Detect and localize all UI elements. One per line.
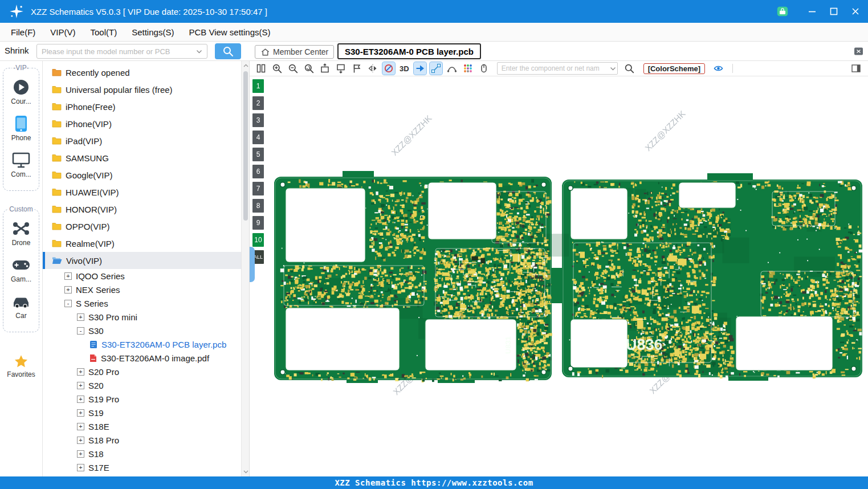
tree-item-iphone-vip-[interactable]: iPhone(VIP) (43, 115, 249, 132)
maximize-button[interactable] (828, 6, 840, 17)
tree-item-universal-popular-files-free-[interactable]: Universal popular files (free) (43, 81, 249, 98)
layer-button-1[interactable]: 1 (252, 79, 264, 93)
expand-icon[interactable]: + (77, 396, 84, 403)
layer-button-10[interactable]: 10 (252, 233, 264, 247)
tree-item-s19[interactable]: +S19 (43, 406, 249, 419)
tree-item-s17e[interactable]: +S17E (43, 461, 249, 474)
tree-item-s18[interactable]: +S18 (43, 447, 249, 461)
diode-mode-icon[interactable] (382, 62, 395, 75)
flip-horizontal-icon[interactable] (366, 62, 379, 75)
close-button[interactable] (850, 6, 861, 17)
layer-button-9[interactable]: 9 (252, 216, 264, 230)
panel-layout-icon[interactable] (850, 62, 862, 75)
active-document-tab[interactable]: S30-ET3206AM-0 PCB layer.pcb (337, 43, 481, 59)
tree-scrollbar[interactable] (241, 61, 249, 476)
tree-item-realme-vip-[interactable]: Realme(VIP) (43, 235, 249, 252)
sidebar-item-phone[interactable]: Phone (11, 115, 31, 142)
minimize-button[interactable] (806, 6, 818, 17)
3d-view-button[interactable]: 3D (398, 62, 410, 75)
menu-item[interactable]: Tool(T) (83, 27, 125, 37)
tree-item-recently-opened[interactable]: Recently opened (43, 64, 249, 81)
sidebar-item-gam[interactable]: Gam... (11, 256, 31, 283)
mouse-settings-icon[interactable] (478, 62, 490, 75)
menu-item[interactable]: Settings(S) (124, 27, 181, 37)
member-center-button[interactable]: Member Center (255, 45, 334, 59)
component-search-input[interactable] (497, 62, 618, 75)
expand-icon[interactable]: + (77, 368, 84, 376)
close-panel-icon[interactable] (853, 46, 864, 56)
zoom-out-icon[interactable] (287, 62, 299, 75)
model-search-button[interactable] (215, 43, 241, 59)
scroll-down-icon[interactable] (242, 468, 249, 476)
expand-icon[interactable]: + (77, 313, 84, 321)
sidebar-item-drone[interactable]: Drone (12, 220, 31, 247)
tree-item-s30[interactable]: -S30 (43, 324, 249, 337)
layer-button-2[interactable]: 2 (252, 96, 264, 110)
tree-item-huawei-vip-[interactable]: HUAWEI(VIP) (43, 184, 249, 201)
sidebar-item-cour[interactable]: Cour... (11, 79, 31, 105)
pcb-canvas[interactable] (250, 76, 868, 476)
tree-item-s19-pro[interactable]: +S19 Pro (43, 392, 249, 406)
layer-button-7[interactable]: 7 (252, 182, 264, 195)
layer-button-6[interactable]: 6 (252, 165, 264, 178)
expand-icon[interactable]: + (77, 409, 84, 417)
favorites-button[interactable]: Favorites (7, 354, 35, 378)
expand-icon[interactable]: + (64, 286, 72, 294)
tree-item-nex-series[interactable]: +NEX Series (43, 283, 249, 296)
layer-button-8[interactable]: 8 (252, 199, 264, 213)
tree-item-ipad-vip-[interactable]: iPad(VIP) (43, 132, 249, 149)
expand-icon[interactable]: + (77, 450, 84, 458)
zoom-in-icon[interactable] (271, 62, 283, 75)
layer-button-4[interactable]: 4 (252, 131, 264, 144)
expand-icon[interactable]: + (77, 423, 84, 430)
colorscheme-button[interactable]: [ColorScheme] (643, 63, 705, 74)
vip-badge-icon[interactable] (777, 6, 788, 17)
color-dots-icon[interactable] (462, 62, 474, 75)
scroll-up-icon[interactable] (242, 62, 249, 70)
zoom-reset-icon[interactable] (303, 62, 315, 75)
component-search-icon[interactable] (623, 62, 635, 75)
layer-button-5[interactable]: 5 (252, 148, 264, 161)
tree-item-iqoo-series[interactable]: +IQOO Series (43, 269, 249, 283)
tree-item-s18-pro[interactable]: +S18 Pro (43, 433, 249, 447)
tree-item-s30-et3206am-0-pcb-layer-pcb[interactable]: S30-ET3206AM-0 PCB layer.pcb (43, 337, 249, 351)
tree-item-vivo-vip-[interactable]: Vivo(VIP) (43, 252, 249, 269)
tree-item-s20-pro[interactable]: +S20 Pro (43, 365, 249, 378)
menu-item[interactable]: VIP(V) (43, 27, 83, 37)
board-top-view-icon[interactable] (319, 62, 331, 75)
collapse-icon[interactable]: - (64, 300, 72, 307)
measure-tool-icon[interactable] (430, 62, 442, 75)
menu-item[interactable]: PCB View settings(S) (181, 27, 278, 37)
arrow-tool-icon[interactable] (414, 62, 426, 75)
sidebar-item-com[interactable]: Com... (11, 152, 31, 178)
tree-item-samsung[interactable]: SAMSUNG (43, 149, 249, 166)
tree-item-s-series[interactable]: -S Series (43, 296, 249, 310)
collapse-icon[interactable]: - (77, 327, 84, 335)
tree-item-honor-vip-[interactable]: HONOR(VIP) (43, 201, 249, 218)
tree-item-s30-et3206am-0-image-pdf[interactable]: S30-ET3206AM-0 image.pdf (43, 351, 249, 365)
component-search-dropdown-icon[interactable] (610, 67, 616, 71)
probe-icon[interactable] (351, 62, 363, 75)
expand-icon[interactable]: + (77, 464, 84, 471)
scrollbar-thumb[interactable] (243, 71, 248, 221)
model-search-input[interactable] (36, 44, 207, 59)
visibility-eye-icon[interactable] (712, 62, 724, 75)
shrink-button[interactable]: Shrink (5, 46, 29, 55)
tree-item-iphone-free-[interactable]: iPhone(Free) (43, 98, 249, 115)
expand-icon[interactable]: + (64, 272, 72, 280)
board-bottom-view-icon[interactable] (335, 62, 347, 75)
menu-item[interactable]: File(F) (3, 27, 43, 37)
layer-panes-icon[interactable] (255, 62, 267, 75)
tree-item-s18e[interactable]: +S18E (43, 419, 249, 433)
tree-item-google-vip-[interactable]: Google(VIP) (43, 166, 249, 184)
tree-item-oppo-vip-[interactable]: OPPO(VIP) (43, 218, 249, 235)
layer-button-3[interactable]: 3 (252, 113, 264, 127)
expand-icon[interactable]: + (77, 437, 84, 444)
sidebar-item-car[interactable]: Car (11, 293, 31, 320)
tree-item-s30-pro-mini[interactable]: +S30 Pro mini (43, 310, 249, 324)
expand-icon[interactable]: + (77, 382, 84, 389)
curve-tool-icon[interactable] (446, 62, 458, 75)
tree-collapse-handle[interactable] (250, 247, 255, 282)
model-search-dropdown-icon[interactable] (196, 50, 202, 54)
tree-item-s20[interactable]: +S20 (43, 378, 249, 392)
